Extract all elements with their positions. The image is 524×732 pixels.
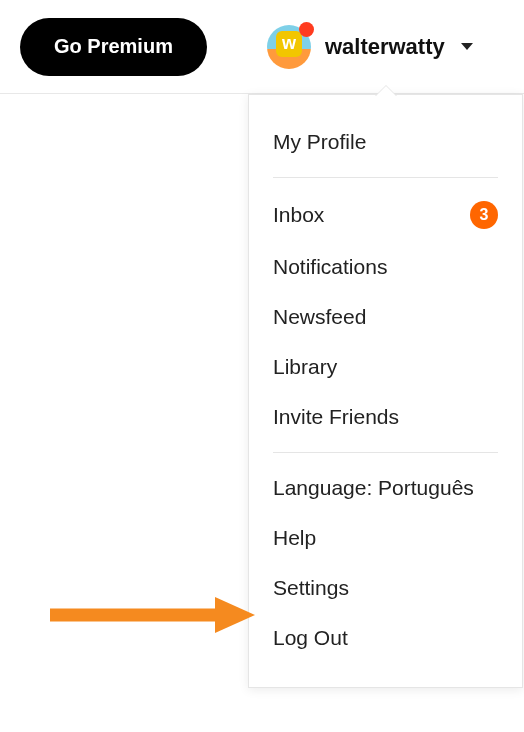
menu-label: Library bbox=[273, 355, 337, 379]
menu-label: Language: Português bbox=[273, 476, 474, 500]
menu-item-language[interactable]: Language: Português bbox=[249, 463, 522, 513]
menu-label: Inbox bbox=[273, 203, 324, 227]
menu-label: Invite Friends bbox=[273, 405, 399, 429]
go-premium-button[interactable]: Go Premium bbox=[20, 18, 207, 76]
menu-label: Log Out bbox=[273, 626, 348, 650]
menu-item-notifications[interactable]: Notifications bbox=[249, 242, 522, 292]
menu-item-settings[interactable]: Settings bbox=[249, 563, 522, 613]
annotation-arrow-icon bbox=[50, 595, 260, 635]
menu-label: Help bbox=[273, 526, 316, 550]
menu-label: Settings bbox=[273, 576, 349, 600]
menu-item-library[interactable]: Library bbox=[249, 342, 522, 392]
inbox-count-badge: 3 bbox=[470, 201, 498, 229]
menu-item-newsfeed[interactable]: Newsfeed bbox=[249, 292, 522, 342]
menu-label: Newsfeed bbox=[273, 305, 366, 329]
menu-item-logout[interactable]: Log Out bbox=[249, 613, 522, 663]
user-menu-trigger[interactable]: w walterwatty bbox=[267, 25, 473, 69]
menu-label: My Profile bbox=[273, 130, 366, 154]
menu-divider bbox=[273, 452, 498, 453]
username-label: walterwatty bbox=[325, 34, 445, 60]
avatar-container: w bbox=[267, 25, 311, 69]
menu-item-my-profile[interactable]: My Profile bbox=[249, 117, 522, 167]
svg-marker-1 bbox=[215, 597, 255, 633]
user-dropdown-menu: My Profile Inbox 3 Notifications Newsfee… bbox=[248, 94, 523, 688]
top-bar: Go Premium w walterwatty bbox=[0, 0, 524, 94]
menu-label: Notifications bbox=[273, 255, 387, 279]
menu-divider bbox=[273, 177, 498, 178]
notification-dot-icon bbox=[299, 22, 314, 37]
caret-down-icon bbox=[461, 43, 473, 50]
menu-item-help[interactable]: Help bbox=[249, 513, 522, 563]
menu-item-inbox[interactable]: Inbox 3 bbox=[249, 188, 522, 242]
avatar-letter: w bbox=[276, 31, 302, 57]
menu-item-invite-friends[interactable]: Invite Friends bbox=[249, 392, 522, 442]
